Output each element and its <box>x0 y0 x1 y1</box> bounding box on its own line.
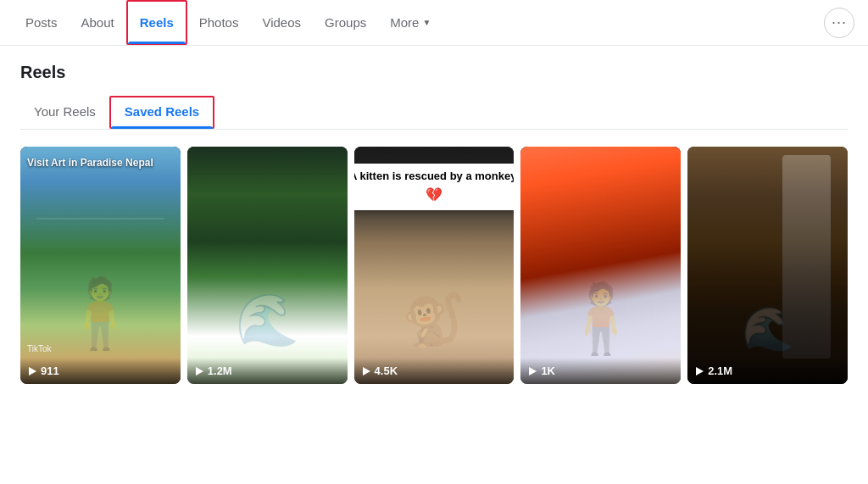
nav-more[interactable]: More ▼ <box>378 2 442 43</box>
reel-card-2[interactable]: 🌊 1.2M <box>187 147 348 384</box>
play-icon-1 <box>29 367 36 376</box>
reel-4-bottom: 1K <box>520 358 681 384</box>
reel-5-count: 2.1M <box>708 364 732 377</box>
reel-3-bubble: A kitten is rescued by a monkey. 💔 <box>354 164 515 210</box>
dots-icon: ··· <box>832 14 847 31</box>
reel-2-bottom: 1.2M <box>187 358 348 384</box>
play-icon-5 <box>696 367 704 376</box>
nav-groups[interactable]: Groups <box>313 2 378 43</box>
play-icon-3 <box>363 367 370 376</box>
sub-tabs: Your Reels Saved Reels <box>20 96 848 130</box>
reel-card-5[interactable]: 🌊 2.1M <box>687 147 848 384</box>
play-icon-2 <box>196 367 203 376</box>
nav-dots-button[interactable]: ··· <box>824 8 854 38</box>
reel-card-1[interactable]: 🧍 Visit Art in Paradise Nepal TikTok 911 <box>20 147 181 384</box>
nav-reels[interactable]: Reels <box>126 0 187 45</box>
tab-saved-reels[interactable]: Saved Reels <box>109 96 214 129</box>
tab-your-reels[interactable]: Your Reels <box>20 97 109 127</box>
chevron-down-icon: ▼ <box>422 18 431 27</box>
nav-about[interactable]: About <box>70 2 126 43</box>
reel-5-bottom: 2.1M <box>687 358 848 384</box>
play-icon-4 <box>529 367 537 376</box>
reel-2-count: 1.2M <box>208 364 232 377</box>
nav-bar: Posts About Reels Photos Videos Groups M… <box>0 0 868 46</box>
reel-4-count: 1K <box>541 364 555 377</box>
reel-1-overlay: Visit Art in Paradise Nepal <box>27 157 153 170</box>
reel-1-tiktok: TikTok <box>27 344 52 353</box>
reel-3-bottom: 4.5K <box>354 358 515 384</box>
section-title: Reels <box>20 63 848 82</box>
nav-photos[interactable]: Photos <box>187 2 251 43</box>
reel-3-count: 4.5K <box>375 364 398 377</box>
nav-videos[interactable]: Videos <box>250 2 313 43</box>
reels-grid: 🧍 Visit Art in Paradise Nepal TikTok 911… <box>20 147 848 384</box>
reel-1-count: 911 <box>41 364 59 377</box>
content-area: Reels Your Reels Saved Reels 🧍 Visit Art… <box>0 46 868 401</box>
reel-card-3[interactable]: 🐒 A kitten is rescued by a monkey. 💔 4.5… <box>354 147 515 384</box>
nav-more-label: More <box>390 15 419 30</box>
reel-1-bottom: 911 <box>20 358 181 384</box>
nav-posts[interactable]: Posts <box>14 2 70 43</box>
reel-card-4[interactable]: 🧍 1K <box>520 147 681 384</box>
